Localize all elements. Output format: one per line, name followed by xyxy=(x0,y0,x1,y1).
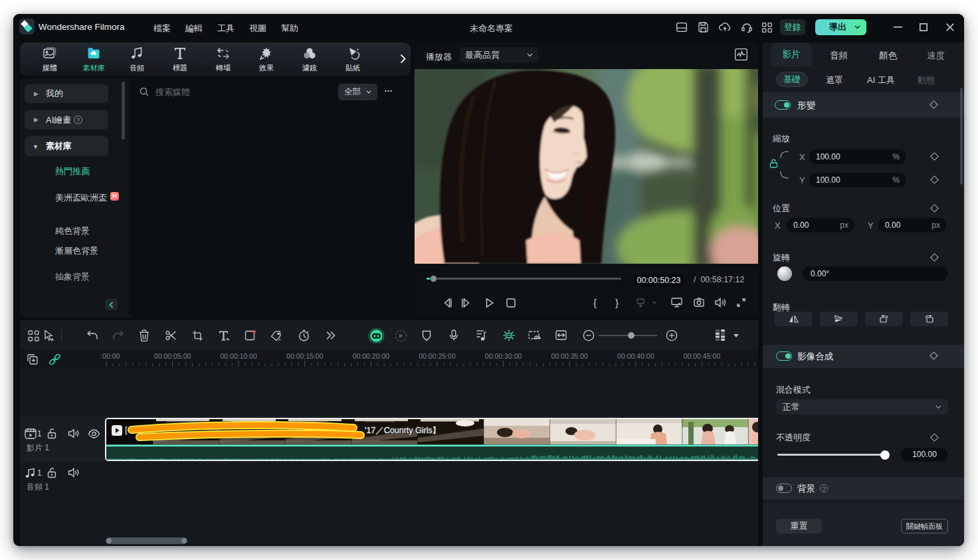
svg-text:00:00:40:00: 00:00:40:00 xyxy=(617,352,654,360)
svg-text:00:00:00: 00:00:00 xyxy=(100,352,120,360)
svg-text:00:00:35:00: 00:00:35:00 xyxy=(551,352,588,360)
svg-text:'17／Counrty Girls】: '17／Counrty Girls】 xyxy=(365,426,440,435)
svg-text:00:00:45:00: 00:00:45:00 xyxy=(684,352,721,360)
svg-text:00:00:25:00: 00:00:25:00 xyxy=(419,352,456,360)
svg-text:00:00:05:00: 00:00:05:00 xyxy=(154,352,191,360)
svg-text:00:00:30:00: 00:00:30:00 xyxy=(485,352,522,360)
svg-text:00:00:10:00: 00:00:10:00 xyxy=(220,352,257,360)
svg-text:00:00:15:00: 00:00:15:00 xyxy=(286,352,324,360)
svg-text:00:00:20:00: 00:00:20:00 xyxy=(353,352,390,360)
svg-text:[: [ xyxy=(125,424,128,434)
